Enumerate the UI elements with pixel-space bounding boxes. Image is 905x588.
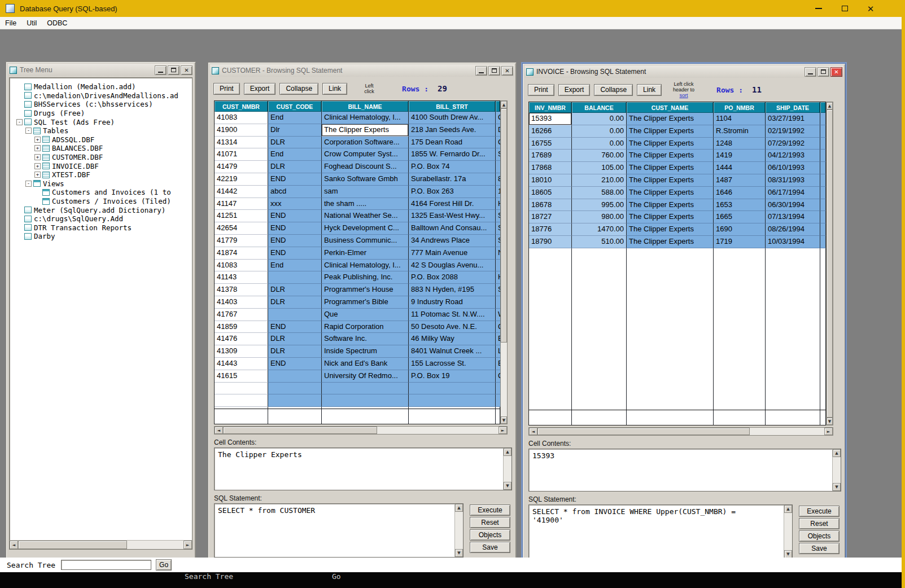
grid-cell[interactable]: S — [496, 222, 500, 235]
grid-cell[interactable]: 1653 — [714, 199, 766, 212]
grid-cell[interactable]: C — [496, 321, 500, 334]
grid-cell[interactable]: 42654 — [215, 222, 268, 235]
grid-cell[interactable]: 41442 — [215, 186, 268, 198]
grid-cell[interactable]: Corporation Software... — [322, 137, 409, 149]
grid-cell-empty[interactable] — [215, 383, 268, 395]
grid-cell[interactable]: University Of Redmo... — [322, 370, 409, 383]
grid-cell[interactable]: P.O. Box 263 — [409, 186, 496, 198]
tree-item[interactable]: +Customers and Invoices (1 to — [14, 188, 191, 197]
grid-cell[interactable]: End — [268, 260, 322, 272]
tree-item[interactable]: +Darby — [14, 232, 191, 241]
close-button[interactable]: ✕ — [181, 65, 193, 75]
grid-cell[interactable]: 41314 — [215, 137, 268, 149]
grid-cell-empty[interactable] — [496, 394, 500, 407]
grid-cell[interactable]: Peak Publishing, Inc. — [322, 271, 409, 284]
scroll-right-icon[interactable]: ► — [183, 541, 192, 549]
grid-cell[interactable]: 41403 — [215, 296, 268, 309]
menu-item-util[interactable]: Util — [21, 19, 42, 27]
scrollbar-track[interactable] — [501, 108, 507, 416]
grid-cell[interactable] — [820, 125, 826, 138]
grid-cell[interactable]: Dlr — [268, 124, 322, 137]
grid-cell[interactable] — [496, 260, 500, 272]
grid-cell[interactable]: 04/12/1993 — [766, 150, 820, 162]
scrollbar-track[interactable] — [223, 427, 499, 434]
grid-cell[interactable]: 41859 — [215, 321, 268, 334]
grid-cell[interactable]: Programmer's House — [322, 284, 409, 296]
grid-cell[interactable]: END — [268, 235, 322, 247]
grid-cell[interactable]: The Clipper Experts — [627, 211, 714, 223]
grid-cell[interactable]: 1470.00 — [572, 223, 627, 236]
sql-statement-box[interactable]: SELECT * from CUSTOMER ▲ ▼ — [214, 503, 464, 558]
grid-cell[interactable]: 03/27/1991 — [766, 113, 820, 125]
collapse-expander-icon[interactable]: - — [16, 119, 23, 125]
tree-item[interactable]: +DTR Transaction Reports — [14, 223, 191, 232]
grid-cell[interactable]: 18010 — [529, 174, 572, 187]
grid-cell[interactable]: 4100 South Drew Av... — [409, 112, 496, 124]
minimize-button[interactable] — [805, 67, 816, 77]
scrollbar-thumb[interactable] — [537, 428, 750, 435]
grid-cell[interactable]: 1855 W. Fernardo Dr... — [409, 148, 496, 161]
app-minimize-button[interactable] — [806, 0, 832, 17]
scroll-down-icon[interactable]: ▼ — [827, 418, 833, 425]
grid-cell[interactable]: 41378 — [215, 284, 268, 296]
grid-cell[interactable]: P.O. Box 74 — [409, 161, 496, 173]
grid-cell[interactable]: 8401 Walnut Creek ... — [409, 345, 496, 358]
grid-cell[interactable]: C — [496, 112, 500, 124]
grid-cell[interactable]: S — [496, 210, 500, 222]
column-header-cust_nmbr[interactable]: CUST_NMBR — [215, 101, 268, 112]
grid-cell[interactable]: The Clipper Experts — [627, 187, 714, 199]
save-button[interactable]: Save — [470, 542, 510, 553]
tree-item[interactable]: -SQL Test (Ads Free) — [14, 117, 191, 126]
scrollbar-thumb[interactable] — [501, 108, 507, 343]
grid-cell[interactable]: S — [496, 235, 500, 247]
grid-cell[interactable]: END — [268, 210, 322, 222]
grid-cell[interactable]: National Weather Se... — [322, 210, 409, 222]
grid-cell-empty[interactable] — [496, 383, 500, 395]
grid-cell[interactable] — [820, 174, 826, 187]
grid-cell[interactable]: The Clipper Experts — [627, 174, 714, 187]
link-button[interactable]: Link — [322, 83, 347, 95]
tree-item[interactable]: +c:\drugs\SqlQuery.Add — [14, 214, 191, 223]
grid-cell[interactable] — [268, 370, 322, 383]
maximize-button[interactable] — [817, 67, 829, 77]
grid-horizontal-scrollbar[interactable]: ◄ ► — [528, 427, 833, 436]
scroll-down-icon[interactable]: ▼ — [833, 483, 841, 491]
grid-cell[interactable]: The Clipper Experts — [627, 223, 714, 236]
grid-cell[interactable]: 42219 — [215, 173, 268, 186]
grid-cell[interactable]: 16266 — [529, 125, 572, 138]
export-button[interactable]: Export — [244, 83, 276, 95]
box-scrollbar[interactable]: ▲ ▼ — [454, 504, 463, 557]
grid-cell[interactable]: 0.00 — [572, 113, 627, 125]
collapse-expander-icon[interactable]: - — [25, 181, 32, 187]
grid-cell[interactable]: End — [268, 148, 322, 161]
grid-cell[interactable]: 07/13/1994 — [766, 211, 820, 223]
grid-cell[interactable]: 41443 — [215, 358, 268, 370]
scroll-up-icon[interactable]: ▲ — [455, 504, 463, 512]
grid-cell[interactable]: 18727 — [529, 211, 572, 223]
box-scrollbar[interactable]: ▲ ▼ — [832, 449, 841, 491]
column-header-cust_name[interactable]: CUST_NAME — [627, 102, 714, 113]
grid-cell[interactable]: 1 — [496, 186, 500, 198]
grid-cell[interactable]: 41874 — [215, 247, 268, 260]
grid-cell[interactable]: L — [496, 345, 500, 358]
grid-cell[interactable]: Que — [322, 309, 409, 321]
tree-item[interactable]: +ADSSQL.DBF — [14, 135, 191, 144]
app-close-button[interactable]: ✕ — [858, 0, 884, 17]
grid-cell[interactable]: 175 Dean Road — [409, 137, 496, 149]
grid-cell[interactable]: END — [268, 321, 322, 334]
grid-cell[interactable]: 18605 — [529, 187, 572, 199]
tree-item[interactable]: +Customers / Invoices (Tiled) — [14, 197, 191, 206]
tree-item[interactable]: +INVOICE.DBF — [14, 161, 191, 170]
grid-vertical-scrollbar[interactable]: ▲ ▼ — [500, 100, 508, 424]
collapse-expander-icon[interactable]: - — [25, 128, 32, 134]
grid-cell[interactable] — [820, 199, 826, 212]
grid-cell[interactable]: 02/19/1992 — [766, 125, 820, 138]
grid-cell[interactable]: 46 Milky Way — [409, 333, 496, 345]
grid-cell[interactable]: 8 — [496, 173, 500, 186]
grid-cell[interactable]: 0.00 — [572, 138, 627, 150]
app-titlebar[interactable]: Database Query (SQL-based) ✕ — [0, 0, 905, 17]
grid-cell[interactable]: 1104 — [714, 113, 766, 125]
grid-cell[interactable]: 41083 — [215, 260, 268, 272]
grid-cell[interactable]: 06/17/1994 — [766, 187, 820, 199]
grid-cell[interactable]: 34 Andrews Place — [409, 235, 496, 247]
